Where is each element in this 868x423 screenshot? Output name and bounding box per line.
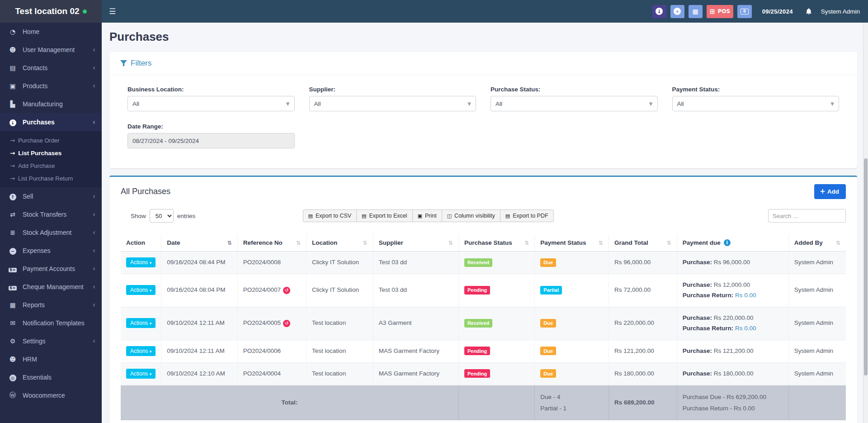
purchase-status-badge: Pending bbox=[464, 369, 490, 378]
brand[interactable]: Test location 02 bbox=[0, 0, 102, 23]
sidebar-item-label: Purchases bbox=[23, 119, 93, 126]
topbar-button-calculator-shortcut-purple[interactable]: ↓ bbox=[652, 5, 666, 18]
woocommerce-icon: Ⓦ bbox=[9, 391, 16, 399]
chevron-left-icon: ‹ bbox=[93, 247, 95, 255]
sidebar-item-sell[interactable]: ↑Sell‹ bbox=[0, 187, 102, 205]
column-header-grand-total[interactable]: Grand Total⇅ bbox=[609, 234, 677, 252]
actions-button[interactable]: Actions ▾ bbox=[126, 257, 156, 267]
sort-icon[interactable]: ⇅ bbox=[446, 240, 453, 246]
arrow-right-icon: → bbox=[10, 149, 15, 157]
envelope-icon: ✉ bbox=[10, 319, 15, 327]
filter-select-business-location[interactable]: All▼ bbox=[127, 96, 295, 111]
column-header-supplier[interactable]: Supplier⇅ bbox=[373, 234, 458, 252]
export-button-export-to-excel[interactable]: ▤Export to Excel bbox=[356, 209, 412, 222]
payment-status-total-line: Due - 4 bbox=[540, 391, 603, 403]
cell-date: 09/10/2024 12:11 AM bbox=[161, 307, 237, 340]
topbar-button-calculator[interactable]: ▦ bbox=[689, 5, 703, 18]
filter-select-payment-status[interactable]: All▼ bbox=[672, 96, 840, 111]
page-length-select[interactable]: 50 bbox=[150, 209, 174, 223]
plus-icon: + bbox=[820, 187, 826, 195]
cell-payment-due: Purchase: Rs 180,000.00 bbox=[677, 362, 788, 385]
file-pdf-icon: ▤ bbox=[505, 213, 510, 219]
filter-field-payment-status: Payment Status:All▼ bbox=[672, 86, 840, 111]
sidebar-item-stock-adjustment[interactable]: ≣Stock Adjustment‹ bbox=[0, 223, 102, 242]
page-scrollbar[interactable] bbox=[863, 23, 868, 423]
sidebar-subitem-add-purchase[interactable]: →Add Purchase bbox=[0, 159, 102, 172]
export-button-print[interactable]: ▣Print bbox=[412, 209, 442, 222]
chevron-left-icon: ‹ bbox=[93, 192, 95, 200]
sidebar-item-woocommerce[interactable]: ⓌWoocommerce bbox=[0, 386, 102, 404]
filter-select-supplier[interactable]: All▼ bbox=[309, 96, 476, 111]
sidebar-item-purchases[interactable]: ↓Purchases‹ bbox=[0, 113, 102, 131]
arrow-down-circle-icon: ↓ bbox=[9, 119, 16, 126]
user-menu[interactable]: System Admin bbox=[821, 8, 860, 15]
sort-icon[interactable]: ⇅ bbox=[522, 240, 529, 246]
total-row: Total:Due - 4Partial - 1Rs 689,200.00Pur… bbox=[121, 385, 846, 420]
date-range-input[interactable] bbox=[127, 133, 295, 148]
sort-icon[interactable]: ⇅ bbox=[833, 240, 840, 246]
sidebar-item-expenses[interactable]: −Expenses‹ bbox=[0, 242, 102, 260]
export-button-export-to-pdf[interactable]: ▤Export to PDF bbox=[500, 209, 554, 222]
column-header-reference-no[interactable]: Reference No⇅ bbox=[237, 234, 306, 252]
notifications-bell-icon[interactable] bbox=[805, 8, 812, 15]
sidebar-item-label: Notification Templates bbox=[23, 319, 95, 327]
actions-button[interactable]: Actions ▾ bbox=[126, 285, 156, 295]
column-header-date[interactable]: Date⇅ bbox=[161, 234, 237, 252]
sidebar-item-label: Home bbox=[23, 28, 95, 35]
sidebar-item-contacts[interactable]: ▤Contacts‹ bbox=[0, 59, 102, 77]
topbar-button-register[interactable]: 0 bbox=[737, 5, 752, 18]
filter-select-purchase-status[interactable]: All▼ bbox=[491, 96, 658, 111]
scrollbar-thumb[interactable] bbox=[864, 158, 868, 375]
column-header-location[interactable]: Location⇅ bbox=[307, 234, 373, 252]
hamburger-menu-icon[interactable]: ☰ bbox=[109, 7, 116, 16]
purchase-return-link[interactable]: Rs 0.00 bbox=[735, 325, 756, 332]
sidebar-item-manufacturing[interactable]: ▙Manufacturing bbox=[0, 95, 102, 113]
sidebar-item-label: Manufacturing bbox=[23, 100, 95, 108]
sidebar-item-user-management[interactable]: ☻User Management‹ bbox=[0, 41, 102, 59]
column-header-purchase-status[interactable]: Purchase Status⇅ bbox=[458, 234, 534, 252]
column-header-action[interactable]: Action bbox=[121, 234, 161, 252]
sidebar-subitem-purchase-order[interactable]: →Purchase Order bbox=[0, 134, 102, 147]
sidebar-item-reports[interactable]: ▦Reports‹ bbox=[0, 296, 102, 314]
caret-down-icon: ▾ bbox=[150, 372, 152, 376]
actions-button[interactable]: Actions ▾ bbox=[126, 369, 156, 379]
actions-button[interactable]: Actions ▾ bbox=[126, 346, 156, 356]
sidebar-item-cheque-management[interactable]: $=Cheque Management‹ bbox=[0, 278, 102, 296]
info-icon[interactable]: i bbox=[724, 239, 731, 246]
sidebar-item-products[interactable]: ▣Products‹ bbox=[0, 77, 102, 95]
sidebar-subitem-list-purchases[interactable]: →List Purchases bbox=[0, 147, 102, 159]
cell-location: Clicky IT Solution bbox=[307, 274, 373, 307]
truck-icon: ⇄ bbox=[10, 211, 15, 218]
actions-button[interactable]: Actions ▾ bbox=[126, 318, 156, 328]
sort-icon[interactable]: ⇅ bbox=[225, 240, 232, 246]
column-header-payment-status[interactable]: Payment Status⇅ bbox=[535, 234, 609, 252]
sort-icon[interactable]: ⇅ bbox=[596, 240, 603, 246]
sidebar-item-hrm[interactable]: ☻HRM bbox=[0, 350, 102, 368]
sidebar-item-payment-accounts[interactable]: $=Payment Accounts‹ bbox=[0, 260, 102, 278]
add-button[interactable]: +Add bbox=[814, 184, 846, 199]
sidebar-item-essentials[interactable]: ◎Essentials bbox=[0, 368, 102, 386]
sidebar-item-label: Woocommerce bbox=[23, 392, 95, 399]
sidebar-item-notification-templates[interactable]: ✉Notification Templates bbox=[0, 314, 102, 332]
export-button-export-to-csv[interactable]: ▤Export to CSV bbox=[303, 209, 357, 222]
export-button-column-visibility[interactable]: ◫Column visibility bbox=[442, 209, 500, 222]
sidebar-subitem-list-purchase-return[interactable]: →List Purchase Return bbox=[0, 172, 102, 185]
search-input[interactable] bbox=[768, 209, 846, 223]
sort-icon[interactable]: ⇅ bbox=[360, 240, 368, 246]
cell-date: 09/10/2024 12:11 AM bbox=[161, 340, 237, 362]
purchase-return-link[interactable]: Rs 0.00 bbox=[735, 292, 756, 299]
arrow-down-circle-icon: ↓ bbox=[8, 119, 17, 126]
sidebar-item-settings[interactable]: ⚙Settings‹ bbox=[0, 332, 102, 350]
sidebar-item-stock-transfers[interactable]: ⇄Stock Transfers‹ bbox=[0, 205, 102, 223]
topbar-button-add-shortcut[interactable]: + bbox=[670, 5, 684, 18]
sidebar-item-home[interactable]: ◔Home bbox=[0, 23, 102, 41]
column-header-payment-due[interactable]: Payment duei bbox=[677, 234, 788, 252]
sort-icon[interactable]: ⇅ bbox=[293, 240, 301, 246]
total-payment-due: Purchase Due - Rs 629,200.00Purchase Ret… bbox=[677, 385, 788, 420]
payment-status-badge: Due bbox=[540, 369, 556, 378]
sidebar-item-label: Expenses bbox=[23, 247, 93, 254]
column-header-added-by[interactable]: Added By⇅ bbox=[788, 234, 846, 252]
topbar-button-pos[interactable]: ⊞POS bbox=[707, 5, 733, 18]
filters-toggle[interactable]: Filters bbox=[109, 52, 857, 75]
sort-icon[interactable]: ⇅ bbox=[664, 240, 671, 246]
